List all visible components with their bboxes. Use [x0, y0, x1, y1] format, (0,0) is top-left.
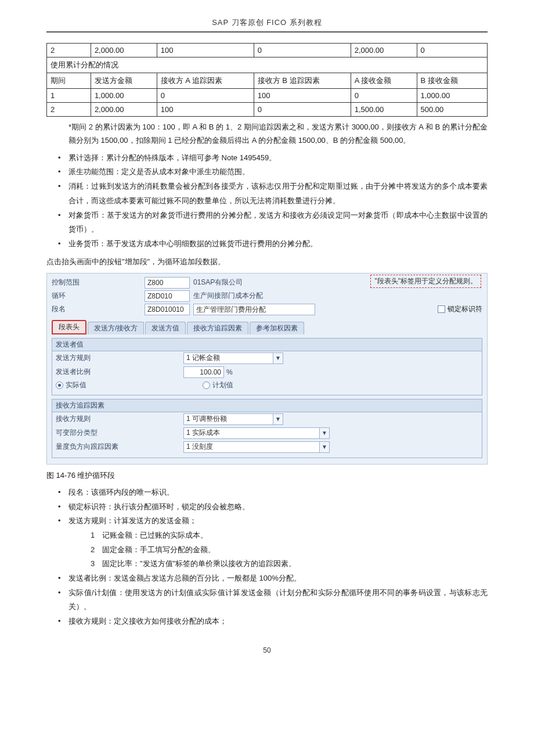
feature-bullet-list: 累计选择：累计分配的特殊版本，详细可参考 Note 1495459。 派生功能范… — [58, 151, 488, 251]
list-item: 1记账金额：已过账的实际成本。 — [91, 528, 488, 543]
cell: 2,000.00 — [351, 44, 417, 57]
tab-sender-values[interactable]: 发送方值 — [145, 322, 186, 334]
segment-desc-input[interactable]: 生产管理部门费用分配 — [193, 304, 315, 315]
cell: 0 — [254, 44, 351, 57]
list-item: 消耗：过账到发送方的消耗数量会被分配到各接受方，该标志仅用于分配和定期重过账，由… — [58, 179, 488, 208]
percent-unit: % — [226, 368, 233, 376]
list-item: 对象货币：基于发送方的对象货币进行费用的分摊分配，发送方和接收方必须设定同一对象… — [58, 208, 488, 237]
radio-icon — [203, 381, 210, 389]
col-header: B 接收金额 — [417, 73, 487, 89]
figure-caption: 图 14-76 维护循环段 — [46, 470, 488, 481]
var-part-type-value: 1 实际成本 — [184, 428, 319, 438]
allocation-examples-table: 2 2,000.00 100 0 2,000.00 0 使用累计分配的情况 期间… — [46, 43, 488, 117]
col-header: 接收方 B 追踪因素 — [254, 73, 351, 89]
cell: 0 — [417, 44, 487, 57]
sender-share-input[interactable]: 100.00 — [183, 366, 224, 378]
list-item: 段名：该循环内段的唯一标识。 — [58, 485, 488, 500]
sender-rule-value: 1 记帐金额 — [184, 353, 273, 363]
segment-tabs: 段表头 发送方/接收方 发送方值 接收方追踪因素 参考加权因素 — [52, 320, 482, 334]
cell: 100 — [254, 89, 351, 103]
col-header: 期间 — [47, 73, 91, 89]
cell: 100 — [157, 103, 254, 117]
cycle-desc: 生产间接部门成本分配 — [193, 291, 482, 301]
cell: 1,500.00 — [351, 103, 417, 117]
list-item: 发送方规则：计算发送方的发送金额； 1记账金额：已过账的实际成本。 2固定金额：… — [58, 514, 488, 571]
chevron-down-icon: ▼ — [273, 353, 283, 363]
sender-rule-options: 1记账金额：已过账的实际成本。 2固定金额：手工填写分配的金额。 3固定比率："… — [91, 528, 488, 571]
table-row: 2 2,000.00 100 0 1,500.00 500.00 — [47, 103, 488, 117]
cell: 2,000.00 — [91, 44, 157, 57]
table-section-title: 使用累计分配的情况 — [47, 57, 488, 73]
cell: 1 — [47, 89, 91, 103]
cell: 1,000.00 — [417, 89, 487, 103]
receiver-rule-value: 1 可调整份额 — [184, 414, 273, 424]
tab-ref-weight[interactable]: 参考加权因素 — [250, 322, 304, 334]
cell: 0 — [157, 89, 254, 103]
page-number: 50 — [46, 646, 488, 654]
sap-segment-panel: "段表头"标签用于定义分配规则。 控制范围 Z800 01SAP有限公司 循环 … — [46, 273, 488, 465]
sender-share-label: 发送者比例 — [56, 367, 183, 377]
list-item: 锁定标识符：执行该分配循环时，锁定的段会被忽略。 — [58, 500, 488, 514]
plan-value-label: 计划值 — [212, 380, 233, 390]
list-item: 累计选择：累计分配的特殊版本，详细可参考 Note 1495459。 — [58, 151, 488, 165]
list-item: 发送者比例：发送金额占发送方总额的百分比，一般都是 100%分配。 — [58, 571, 488, 586]
cell: 2 — [47, 103, 91, 117]
instruction-paragraph: 点击抬头画面中的按钮"增加段"，为循环追加段数据。 — [46, 255, 488, 268]
field-label-controlling-area: 控制范围 — [52, 278, 145, 287]
chevron-down-icon: ▼ — [319, 428, 329, 438]
table-row: 2 2,000.00 100 0 2,000.00 0 — [47, 44, 488, 57]
receiver-tracing-group-title: 接收方追踪因素 — [52, 399, 482, 412]
neg-scale-value: 1 没刻度 — [184, 442, 319, 452]
receiver-tracing-group: 接收方追踪因素 接收方规则 1 可调整份额 ▼ 可变部分类型 1 实际成本 ▼ … — [52, 399, 482, 458]
tab-receiver-tracing[interactable]: 接收方追踪因素 — [187, 322, 248, 334]
col-header: 接收方 A 追踪因素 — [157, 73, 254, 89]
list-item: 3固定比率："发送方值"标签的单价乘以接收方的追踪因素。 — [91, 557, 488, 571]
var-part-type-dropdown[interactable]: 1 实际成本 ▼ — [183, 427, 330, 439]
cell: 500.00 — [417, 103, 487, 117]
table-header-row: 期间 发送方金额 接收方 A 追踪因素 接收方 B 追踪因素 A 接收金额 B … — [47, 73, 488, 89]
actual-value-label: 实际值 — [66, 380, 86, 390]
page-header: SAP 刀客原创 FICO 系列教程 — [46, 17, 488, 33]
receiver-rule-dropdown[interactable]: 1 可调整份额 ▼ — [183, 413, 283, 425]
sender-values-group-title: 发送者值 — [52, 339, 482, 351]
col-header: A 接收金额 — [351, 73, 417, 89]
cell: 100 — [157, 44, 254, 57]
sender-values-group: 发送者值 发送方规则 1 记帐金额 ▼ 发送者比例 100.00 % 实际值 — [52, 338, 482, 395]
cycle-input[interactable]: Z8D010 — [145, 290, 190, 302]
table-section-row: 使用累计分配的情况 — [47, 57, 488, 73]
sender-rule-label: 发送方规则 — [56, 353, 183, 363]
field-label-cycle: 循环 — [52, 291, 145, 301]
cell: 0 — [351, 89, 417, 103]
neg-scale-label: 量度负方向跟踪因素 — [56, 442, 183, 452]
lock-label: 锁定标识符 — [448, 304, 482, 314]
callout-annotation: "段表头"标签用于定义分配规则。 — [370, 275, 481, 288]
list-item: 接收方规则：定义接收方如何接收分配的成本； — [58, 614, 488, 629]
chevron-down-icon: ▼ — [273, 414, 283, 424]
cell: 2 — [47, 44, 91, 57]
tab-segment-header[interactable]: 段表头 — [52, 320, 86, 334]
var-part-type-label: 可变部分类型 — [56, 428, 183, 438]
field-label-segment: 段名 — [52, 304, 145, 314]
controlling-area-input[interactable]: Z800 — [145, 277, 190, 289]
explanation-paragraph: *期间 2 的累计因素为 100：100，即 A 和 B 的 1、2 期间追踪因… — [68, 120, 488, 147]
actual-value-radio[interactable]: 实际值 — [56, 380, 86, 390]
field-explanation-list: 段名：该循环内段的唯一标识。 锁定标识符：执行该分配循环时，锁定的段会被忽略。 … — [58, 485, 488, 629]
tab-sender-receiver[interactable]: 发送方/接收方 — [88, 322, 144, 334]
sender-rule-dropdown[interactable]: 1 记帐金额 ▼ — [183, 352, 283, 364]
list-item: 派生功能范围：定义是否从成本对象中派生功能范围。 — [58, 165, 488, 179]
col-header: 发送方金额 — [91, 73, 157, 89]
neg-scale-dropdown[interactable]: 1 没刻度 ▼ — [183, 441, 330, 453]
segment-input[interactable]: Z8D010010 — [145, 304, 190, 315]
list-item: 业务货币：基于发送方成本中心明细数据的过账货币进行费用的分摊分配。 — [58, 237, 488, 251]
cell: 0 — [254, 103, 351, 117]
cell: 1,000.00 — [91, 89, 157, 103]
list-item: 2固定金额：手工填写分配的金额。 — [91, 543, 488, 557]
plan-value-radio[interactable]: 计划值 — [203, 380, 233, 390]
chevron-down-icon: ▼ — [319, 442, 329, 452]
receiver-rule-label: 接收方规则 — [56, 414, 183, 424]
table-row: 1 1,000.00 0 100 0 1,000.00 — [47, 89, 488, 103]
lock-checkbox[interactable] — [438, 305, 445, 313]
cell: 2,000.00 — [91, 103, 157, 117]
radio-icon — [56, 381, 63, 389]
list-item: 实际值/计划值：使用发送方的计划值或实际值计算发送金额（计划分配和实际分配循环使… — [58, 586, 488, 614]
